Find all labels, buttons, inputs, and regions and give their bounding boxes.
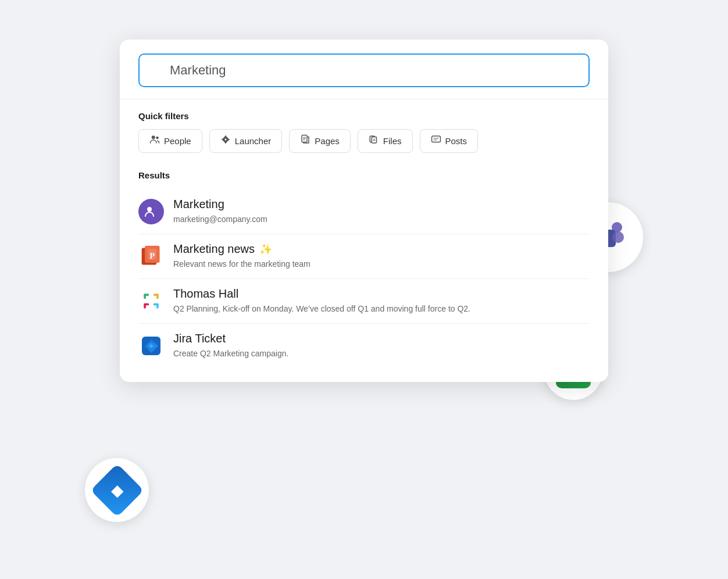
posts-icon — [431, 134, 441, 148]
svg-point-6 — [152, 135, 155, 139]
filter-pages-label: Pages — [315, 136, 340, 146]
filter-pages[interactable]: Pages — [289, 129, 351, 153]
marketing-news-emoji: ✨ — [259, 243, 272, 256]
scene: T X ◆ — [102, 40, 626, 539]
result-icon-jira — [138, 333, 164, 359]
svg-point-8 — [224, 139, 226, 141]
result-subtitle-marketing-news: Relevant news for the marketing team — [173, 258, 590, 270]
filter-files-label: Files — [383, 136, 402, 146]
results-section: Results Marketing marketing@company.com — [120, 159, 608, 368]
quick-filters-section: Quick filters People — [120, 99, 608, 159]
svg-point-7 — [156, 137, 159, 140]
svg-rect-30 — [144, 303, 146, 309]
result-name-thomas-hall: Thomas Hall — [173, 287, 238, 301]
result-title-row-thomas-hall: Thomas Hall — [173, 287, 590, 301]
result-name-jira: Jira Ticket — [173, 332, 226, 345]
filter-files[interactable]: Files — [358, 129, 413, 153]
filter-posts[interactable]: Posts — [420, 129, 479, 153]
result-item-marketing-news[interactable]: P Marketing news ✨ Relevant news for the… — [138, 234, 590, 279]
result-item-marketing[interactable]: Marketing marketing@company.com — [138, 190, 590, 234]
svg-rect-17 — [431, 136, 440, 142]
result-item-thomas-hall[interactable]: Thomas Hall Q2 Planning, Kick-off on Mon… — [138, 279, 590, 324]
svg-point-20 — [147, 207, 152, 212]
filter-people[interactable]: People — [138, 129, 202, 153]
result-content-marketing-news: Marketing news ✨ Relevant news for the m… — [173, 242, 590, 270]
svg-text:P: P — [149, 251, 155, 260]
result-subtitle-thomas-hall: Q2 Planning, Kick-off on Monday. We’ve c… — [173, 303, 590, 315]
svg-point-3 — [612, 231, 624, 243]
filter-launcher-label: Launcher — [235, 136, 272, 146]
search-bar-wrapper — [120, 40, 608, 99]
result-content-marketing: Marketing marketing@company.com — [173, 198, 590, 226]
result-icon-slack — [138, 288, 164, 314]
result-icon-ppt: P — [138, 244, 164, 269]
files-icon — [369, 134, 379, 148]
results-title: Results — [138, 170, 590, 180]
quick-filters-title: Quick filters — [138, 111, 590, 121]
filter-people-label: People — [164, 136, 191, 146]
jira-floating-icon: ◆ — [85, 458, 149, 522]
result-name-marketing: Marketing — [173, 198, 224, 211]
result-name-marketing-news: Marketing news — [173, 242, 255, 256]
launcher-icon — [220, 134, 231, 148]
svg-rect-26 — [144, 294, 146, 299]
filter-posts-label: Posts — [445, 136, 468, 146]
jira-logo: ◆ — [90, 463, 144, 517]
filter-launcher[interactable]: Launcher — [209, 129, 283, 153]
result-icon-people — [138, 199, 164, 224]
people-icon — [149, 134, 160, 148]
result-subtitle-marketing: marketing@company.com — [173, 213, 590, 226]
result-content-thomas-hall: Thomas Hall Q2 Planning, Kick-off on Mon… — [173, 287, 590, 315]
filters-row: People Launcher — [138, 129, 590, 153]
pages-icon — [300, 134, 311, 148]
result-subtitle-jira: Create Q2 Marketing campaign. — [173, 348, 590, 360]
svg-rect-32 — [156, 303, 159, 309]
result-title-row-marketing-news: Marketing news ✨ — [173, 242, 590, 256]
result-title-row-marketing: Marketing — [173, 198, 590, 211]
jira-diamond-inner: ◆ — [110, 481, 123, 500]
search-input[interactable] — [138, 53, 590, 87]
search-panel: Quick filters People — [120, 40, 608, 382]
result-item-jira[interactable]: Jira Ticket Create Q2 Marketing campaign… — [138, 324, 590, 368]
result-title-row-jira: Jira Ticket — [173, 332, 590, 345]
result-content-jira: Jira Ticket Create Q2 Marketing campaign… — [173, 332, 590, 360]
search-bar-inner — [138, 53, 590, 87]
svg-rect-14 — [372, 137, 376, 144]
svg-rect-28 — [156, 294, 159, 299]
